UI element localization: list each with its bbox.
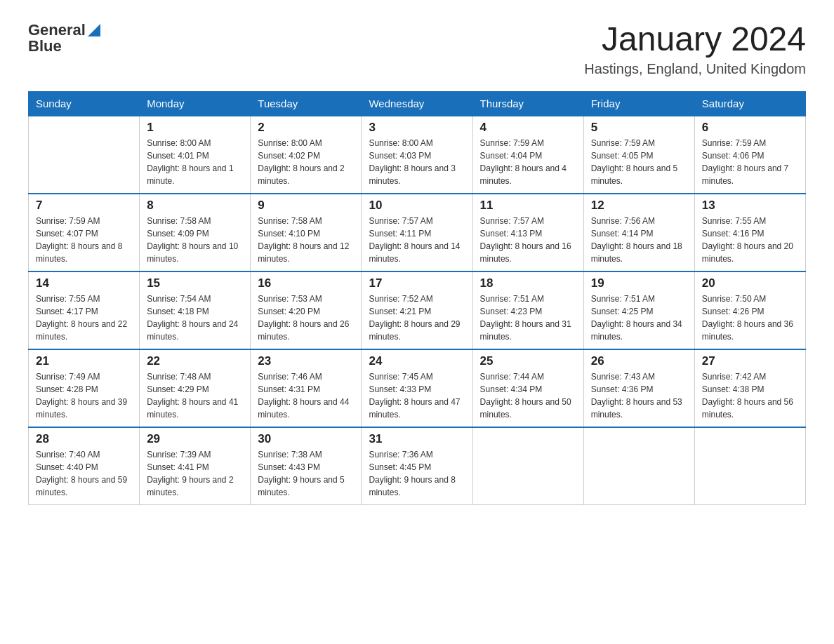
day-number: 27 [702, 354, 798, 368]
calendar-cell: 10Sunrise: 7:57 AMSunset: 4:11 PMDayligh… [362, 194, 472, 271]
page-header: General Blue January 2024 Hastings, Engl… [28, 21, 806, 77]
day-info: Sunrise: 7:54 AMSunset: 4:18 PMDaylight:… [147, 293, 243, 343]
day-info: Sunrise: 7:48 AMSunset: 4:29 PMDaylight:… [147, 370, 243, 421]
calendar-cell: 19Sunrise: 7:51 AMSunset: 4:25 PMDayligh… [583, 271, 694, 349]
day-info: Sunrise: 7:59 AMSunset: 4:07 PMDaylight:… [36, 215, 132, 265]
day-number: 31 [369, 432, 465, 446]
svg-marker-0 [88, 24, 100, 36]
calendar-cell: 25Sunrise: 7:44 AMSunset: 4:34 PMDayligh… [472, 349, 583, 427]
day-info: Sunrise: 8:00 AMSunset: 4:01 PMDaylight:… [147, 137, 243, 187]
calendar-cell: 30Sunrise: 7:38 AMSunset: 4:43 PMDayligh… [251, 427, 362, 505]
day-number: 23 [258, 354, 354, 368]
day-number: 15 [147, 276, 243, 290]
day-number: 22 [147, 354, 243, 368]
calendar-cell: 9Sunrise: 7:58 AMSunset: 4:10 PMDaylight… [251, 194, 362, 271]
calendar-cell: 16Sunrise: 7:53 AMSunset: 4:20 PMDayligh… [251, 271, 362, 349]
calendar-cell [694, 427, 805, 505]
day-info: Sunrise: 7:38 AMSunset: 4:43 PMDaylight:… [258, 448, 354, 499]
day-info: Sunrise: 7:56 AMSunset: 4:14 PMDaylight:… [591, 215, 687, 265]
day-info: Sunrise: 7:40 AMSunset: 4:40 PMDaylight:… [36, 448, 132, 499]
calendar-cell: 8Sunrise: 7:58 AMSunset: 4:09 PMDaylight… [140, 194, 251, 271]
day-number: 7 [36, 199, 132, 213]
day-number: 3 [369, 121, 465, 135]
day-number: 13 [702, 199, 798, 213]
col-tuesday: Tuesday [251, 91, 362, 116]
day-info: Sunrise: 7:49 AMSunset: 4:28 PMDaylight:… [36, 370, 132, 421]
day-info: Sunrise: 7:57 AMSunset: 4:11 PMDaylight:… [369, 215, 465, 265]
day-info: Sunrise: 7:51 AMSunset: 4:25 PMDaylight:… [591, 293, 687, 343]
calendar-cell: 1Sunrise: 8:00 AMSunset: 4:01 PMDaylight… [140, 116, 251, 194]
calendar-cell: 28Sunrise: 7:40 AMSunset: 4:40 PMDayligh… [29, 427, 140, 505]
day-info: Sunrise: 7:42 AMSunset: 4:38 PMDaylight:… [702, 370, 798, 421]
calendar-cell: 20Sunrise: 7:50 AMSunset: 4:26 PMDayligh… [694, 271, 805, 349]
logo-general: General [28, 22, 86, 39]
calendar-body: 1Sunrise: 8:00 AMSunset: 4:01 PMDaylight… [29, 116, 806, 505]
day-number: 20 [702, 276, 798, 290]
calendar-table: Sunday Monday Tuesday Wednesday Thursday… [28, 91, 806, 505]
day-number: 9 [258, 199, 354, 213]
day-number: 1 [147, 121, 243, 135]
calendar-week-row: 7Sunrise: 7:59 AMSunset: 4:07 PMDaylight… [29, 194, 806, 271]
calendar-cell: 23Sunrise: 7:46 AMSunset: 4:31 PMDayligh… [251, 349, 362, 427]
title-block: January 2024 Hastings, England, United K… [584, 21, 806, 77]
day-number: 5 [591, 121, 687, 135]
calendar-cell: 6Sunrise: 7:59 AMSunset: 4:06 PMDaylight… [694, 116, 805, 194]
day-info: Sunrise: 7:46 AMSunset: 4:31 PMDaylight:… [258, 370, 354, 421]
day-number: 16 [258, 276, 354, 290]
day-info: Sunrise: 7:59 AMSunset: 4:04 PMDaylight:… [480, 137, 576, 187]
day-info: Sunrise: 7:55 AMSunset: 4:16 PMDaylight:… [702, 215, 798, 265]
calendar-cell: 7Sunrise: 7:59 AMSunset: 4:07 PMDaylight… [29, 194, 140, 271]
calendar-cell: 21Sunrise: 7:49 AMSunset: 4:28 PMDayligh… [29, 349, 140, 427]
calendar-cell [472, 427, 583, 505]
calendar-header: Sunday Monday Tuesday Wednesday Thursday… [29, 91, 806, 116]
day-info: Sunrise: 7:44 AMSunset: 4:34 PMDaylight:… [480, 370, 576, 421]
day-info: Sunrise: 7:58 AMSunset: 4:09 PMDaylight:… [147, 215, 243, 265]
day-info: Sunrise: 8:00 AMSunset: 4:02 PMDaylight:… [258, 137, 354, 187]
calendar-cell: 4Sunrise: 7:59 AMSunset: 4:04 PMDaylight… [472, 116, 583, 194]
col-thursday: Thursday [472, 91, 583, 116]
calendar-week-row: 28Sunrise: 7:40 AMSunset: 4:40 PMDayligh… [29, 427, 806, 505]
day-number: 19 [591, 276, 687, 290]
col-monday: Monday [140, 91, 251, 116]
col-sunday: Sunday [29, 91, 140, 116]
calendar-cell: 27Sunrise: 7:42 AMSunset: 4:38 PMDayligh… [694, 349, 805, 427]
day-info: Sunrise: 7:59 AMSunset: 4:06 PMDaylight:… [702, 137, 798, 187]
calendar-cell: 12Sunrise: 7:56 AMSunset: 4:14 PMDayligh… [583, 194, 694, 271]
calendar-cell: 14Sunrise: 7:55 AMSunset: 4:17 PMDayligh… [29, 271, 140, 349]
calendar-cell: 29Sunrise: 7:39 AMSunset: 4:41 PMDayligh… [140, 427, 251, 505]
day-info: Sunrise: 7:36 AMSunset: 4:45 PMDaylight:… [369, 448, 465, 499]
calendar-cell: 2Sunrise: 8:00 AMSunset: 4:02 PMDaylight… [251, 116, 362, 194]
calendar-cell: 11Sunrise: 7:57 AMSunset: 4:13 PMDayligh… [472, 194, 583, 271]
day-info: Sunrise: 7:45 AMSunset: 4:33 PMDaylight:… [369, 370, 465, 421]
day-number: 8 [147, 199, 243, 213]
calendar-cell: 26Sunrise: 7:43 AMSunset: 4:36 PMDayligh… [583, 349, 694, 427]
day-info: Sunrise: 7:52 AMSunset: 4:21 PMDaylight:… [369, 293, 465, 343]
calendar-cell: 31Sunrise: 7:36 AMSunset: 4:45 PMDayligh… [362, 427, 472, 505]
calendar-cell: 13Sunrise: 7:55 AMSunset: 4:16 PMDayligh… [694, 194, 805, 271]
day-info: Sunrise: 8:00 AMSunset: 4:03 PMDaylight:… [369, 137, 465, 187]
calendar-cell: 22Sunrise: 7:48 AMSunset: 4:29 PMDayligh… [140, 349, 251, 427]
calendar-cell: 3Sunrise: 8:00 AMSunset: 4:03 PMDaylight… [362, 116, 472, 194]
day-number: 14 [36, 276, 132, 290]
day-number: 11 [480, 199, 576, 213]
day-info: Sunrise: 7:59 AMSunset: 4:05 PMDaylight:… [591, 137, 687, 187]
calendar-cell: 18Sunrise: 7:51 AMSunset: 4:23 PMDayligh… [472, 271, 583, 349]
calendar-week-row: 1Sunrise: 8:00 AMSunset: 4:01 PMDaylight… [29, 116, 806, 194]
day-info: Sunrise: 7:39 AMSunset: 4:41 PMDaylight:… [147, 448, 243, 499]
calendar-cell: 5Sunrise: 7:59 AMSunset: 4:05 PMDaylight… [583, 116, 694, 194]
col-wednesday: Wednesday [362, 91, 472, 116]
logo-triangle-icon [88, 24, 100, 36]
day-number: 2 [258, 121, 354, 135]
col-friday: Friday [583, 91, 694, 116]
day-number: 10 [369, 199, 465, 213]
logo-blue: Blue [28, 38, 100, 55]
day-info: Sunrise: 7:57 AMSunset: 4:13 PMDaylight:… [480, 215, 576, 265]
day-info: Sunrise: 7:51 AMSunset: 4:23 PMDaylight:… [480, 293, 576, 343]
day-info: Sunrise: 7:50 AMSunset: 4:26 PMDaylight:… [702, 293, 798, 343]
day-number: 18 [480, 276, 576, 290]
day-info: Sunrise: 7:53 AMSunset: 4:20 PMDaylight:… [258, 293, 354, 343]
day-info: Sunrise: 7:58 AMSunset: 4:10 PMDaylight:… [258, 215, 354, 265]
day-info: Sunrise: 7:43 AMSunset: 4:36 PMDaylight:… [591, 370, 687, 421]
day-number: 29 [147, 432, 243, 446]
day-number: 25 [480, 354, 576, 368]
